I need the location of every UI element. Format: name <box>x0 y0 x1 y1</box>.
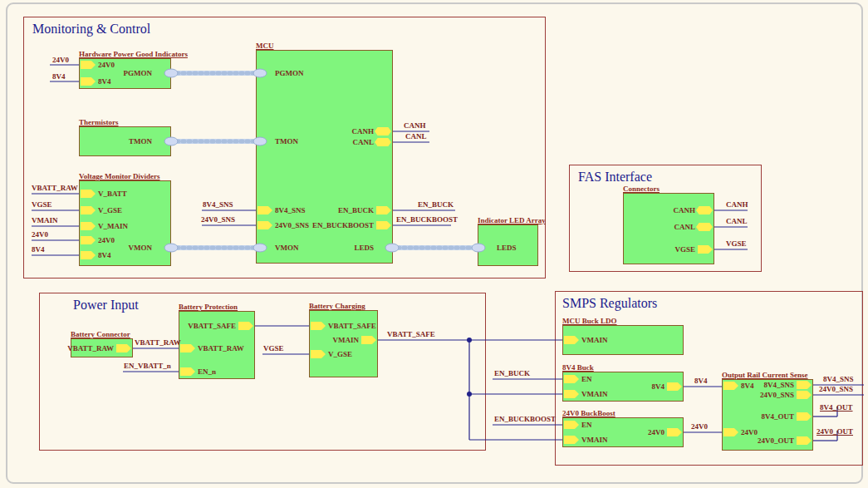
pin-label: CANL <box>674 223 695 232</box>
pin-label: 24V0_SNS <box>760 391 794 400</box>
net-label: VBATT_RAW <box>32 184 78 193</box>
pin-label: VBATT_SAFE <box>188 322 236 331</box>
pin-out-icon <box>116 344 131 352</box>
block-title: Battery Connector <box>71 330 130 338</box>
net-label: EN_BUCK <box>418 200 454 209</box>
pin-label: VMAIN <box>581 390 608 399</box>
block-battery-connector[interactable]: Battery ConnectorVBATT_RAW <box>71 338 133 357</box>
net-label: EN_BUCK <box>494 369 530 378</box>
block-title: MCU Buck LDO <box>562 317 617 325</box>
section-title: SMPS Regulators <box>562 296 657 311</box>
section-title: Monitoring & Control <box>32 22 150 37</box>
net-label: VMAIN <box>32 216 58 225</box>
pin-label: TMON <box>275 137 298 146</box>
section-power-input: Power Input <box>39 293 486 451</box>
pin-label: TMON <box>129 137 152 146</box>
block-title: Thermistors <box>79 118 119 126</box>
net-label: 24V0 <box>691 422 708 431</box>
pin-bidi-icon <box>375 138 391 146</box>
pin-in-icon <box>81 77 96 86</box>
block-mcu[interactable]: MCUPGMONTMON8V4_SNS24V0_SNSVMONCANHCANLE… <box>256 50 393 264</box>
pin-label: VMAIN <box>581 436 608 445</box>
pin-label: 8V4_SNS <box>275 206 306 215</box>
pin-label: V_MAIN <box>98 222 128 231</box>
pin-in-icon <box>257 206 272 214</box>
pin-in-icon <box>81 251 96 259</box>
pin-in-icon <box>723 382 738 390</box>
pin-in-icon <box>180 344 195 352</box>
block-title: Connectors <box>623 185 660 193</box>
net-label: 8V4 <box>52 72 66 81</box>
block-output-rail-current-sense[interactable]: Output Rail Current Sense8V424V08V4_SNS2… <box>722 379 813 451</box>
net-label: 8V4 <box>32 245 45 254</box>
net-label: 24V0_OUT <box>817 427 853 436</box>
pin-label: 8V4 <box>98 77 111 86</box>
pin-out-icon <box>376 221 391 229</box>
block-battery-charging[interactable]: Battery ChargingVBATT_SAFEVMAINV_GSE <box>309 310 378 377</box>
pin-label: V_GSE <box>328 350 352 359</box>
net-label: CANL <box>726 217 748 226</box>
pin-label: CANH <box>674 206 696 215</box>
pin-label: LEDS <box>354 244 374 253</box>
pin-in-icon <box>311 350 326 358</box>
net-label: VBATT_RAW <box>135 338 181 348</box>
block-voltage-monitor-dividers[interactable]: Voltage Monitor DividersV_BATTV_GSEV_MAI… <box>79 180 171 266</box>
section-title: FAS Interface <box>578 170 652 185</box>
block-thermistors[interactable]: ThermistorsTMON <box>79 126 171 156</box>
block-buckboost-24v0[interactable]: 24V0 BuckBoostEN24V0VMAIN <box>562 417 684 447</box>
block-title: 24V0 BuckBoost <box>562 409 615 417</box>
block-title: Voltage Monitor Dividers <box>79 172 160 180</box>
net-label: EN_BUCKBOOST <box>494 415 556 424</box>
pin-label: EN <box>581 375 592 384</box>
pin-label: VBATT_SAFE <box>328 322 376 331</box>
pin-out-icon <box>797 391 812 399</box>
pin-in-icon <box>81 190 96 198</box>
pin-label: 8V4 <box>98 251 111 260</box>
pin-out-icon <box>238 322 253 330</box>
block-buck-8v4[interactable]: 8V4 BuckEN8V4VMAIN <box>562 372 684 402</box>
block-indicator-led-array[interactable]: Indicator LED ArrayLEDS <box>478 224 538 266</box>
net-label: 24V0_SNS <box>201 215 235 224</box>
pin-out-icon <box>376 206 391 214</box>
pin-in-icon <box>311 322 326 330</box>
pin-in-icon <box>564 421 579 429</box>
pin-out-icon <box>797 412 812 421</box>
net-label: 8V4_SNS <box>823 375 854 384</box>
pin-in-icon <box>81 236 96 244</box>
block-battery-protection[interactable]: Battery ProtectionVBATT_SAFEVBATT_RAWEN_… <box>179 311 255 379</box>
pin-label: V_GSE <box>98 206 122 215</box>
pin-label: LEDS <box>497 244 517 253</box>
block-title: Hardware Power Good Indicators <box>79 50 188 58</box>
pin-bidi-icon <box>375 127 391 136</box>
pin-out-icon <box>361 336 376 344</box>
block-mcu-buck-ldo[interactable]: MCU Buck LDOVMAIN <box>562 325 684 355</box>
pin-label: 24V0_OUT <box>758 436 794 446</box>
net-label: 24V0 <box>52 56 69 65</box>
pin-out-icon <box>667 382 682 391</box>
block-title: Indicator LED Array <box>478 216 546 224</box>
pin-in-icon <box>81 222 96 230</box>
block-title: Battery Protection <box>179 303 238 311</box>
pin-label: 8V4_OUT <box>761 412 794 421</box>
net-label: VGSE <box>726 239 747 249</box>
pin-in-icon <box>180 367 195 376</box>
pin-label: V_BATT <box>98 190 127 199</box>
pin-label: PGMON <box>124 69 153 78</box>
net-label: 24V0 <box>32 230 48 239</box>
block-title: Battery Charging <box>309 302 365 310</box>
pin-label: 8V4 <box>741 382 754 391</box>
pin-label: 24V0 <box>98 236 115 245</box>
block-fas-connectors[interactable]: ConnectorsCANHCANLVGSE <box>623 193 714 264</box>
pin-in-icon <box>564 436 579 444</box>
pin-label: EN <box>581 421 592 430</box>
section-title: Power Input <box>73 298 139 313</box>
pin-label: VMAIN <box>333 336 360 345</box>
net-label: 8V4_SNS <box>203 200 233 209</box>
pin-in-icon <box>81 206 96 214</box>
pin-label: VBATT_RAW <box>67 344 114 353</box>
pin-label: VMON <box>129 244 153 253</box>
pin-in-icon <box>564 390 579 398</box>
pin-label: 8V4_SNS <box>763 381 794 390</box>
block-hardware-power-good-indicators[interactable]: Hardware Power Good Indicators24V08V4PGM… <box>79 58 171 89</box>
net-label: VGSE <box>263 344 284 353</box>
